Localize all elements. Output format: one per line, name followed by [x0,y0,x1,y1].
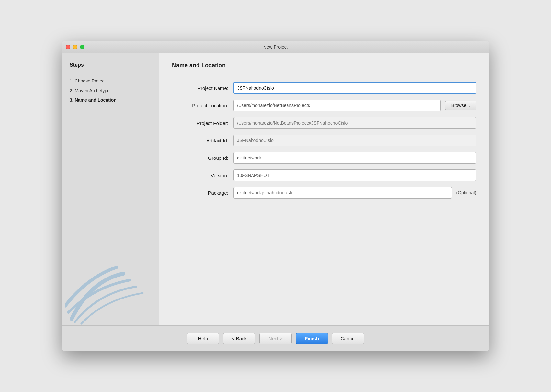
traffic-lights [66,45,84,49]
step-number-2: 2. [70,88,73,93]
step-label-2: Maven Archetype [75,88,110,93]
step-label-3: Name and Location [75,97,117,103]
version-label: Version: [172,173,233,178]
version-row: Version: [172,169,476,181]
close-button[interactable] [66,45,70,49]
version-input[interactable] [233,169,476,181]
step-label-1: Choose Project [75,78,106,83]
step-number-3: 3. [70,97,73,103]
steps-list: 1.Choose Project 2.Maven Archetype 3.Nam… [70,78,151,107]
project-location-input[interactable] [233,100,441,111]
steps-title: Steps [70,62,151,68]
step-item-3: 3.Name and Location [70,97,151,103]
package-label: Package: [172,190,233,196]
artifact-id-label: Artifact Id: [172,138,233,143]
steps-divider [70,72,151,72]
minimize-button[interactable] [73,45,77,49]
maximize-button[interactable] [80,45,84,49]
package-input[interactable] [233,187,452,199]
step-item-2: 2.Maven Archetype [70,88,151,94]
project-location-label: Project Location: [172,103,233,108]
step-item-1: 1.Choose Project [70,78,151,84]
group-id-label: Group Id: [172,155,233,161]
dialog: New Project Steps 1.Choose Project 2.Mav… [62,41,489,351]
project-location-row: Project Location: Browse... [172,100,476,111]
steps-panel: Steps 1.Choose Project 2.Maven Archetype… [62,53,159,325]
main-panel: Name and Location Project Name: Project … [159,53,489,325]
content-area: Steps 1.Choose Project 2.Maven Archetype… [62,53,489,325]
project-folder-input [233,117,476,129]
project-name-label: Project Name: [172,85,233,91]
window-title: New Project [263,44,287,49]
watermark-logo [65,261,156,325]
titlebar: New Project [62,41,489,53]
group-id-input[interactable] [233,152,476,164]
next-button[interactable]: Next > [259,333,292,344]
project-name-row: Project Name: [172,82,476,94]
panel-title: Name and Location [172,62,476,69]
form: Project Name: Project Location: Browse..… [172,82,476,204]
panel-divider [172,73,476,73]
artifact-id-row: Artifact Id: [172,135,476,146]
back-button[interactable]: < Back [223,333,255,344]
step-number-1: 1. [70,78,73,83]
cancel-button[interactable]: Cancel [332,333,364,344]
finish-button[interactable]: Finish [296,333,328,344]
project-folder-label: Project Folder: [172,120,233,126]
project-folder-row: Project Folder: [172,117,476,129]
optional-label: (Optional) [456,190,476,195]
group-id-row: Group Id: [172,152,476,164]
browse-button[interactable]: Browse... [445,101,476,110]
artifact-id-input [233,135,476,146]
package-row: Package: (Optional) [172,187,476,199]
watermark [62,261,159,325]
footer: Help < Back Next > Finish Cancel [62,325,489,351]
project-name-input[interactable] [233,82,476,94]
help-button[interactable]: Help [187,333,219,344]
